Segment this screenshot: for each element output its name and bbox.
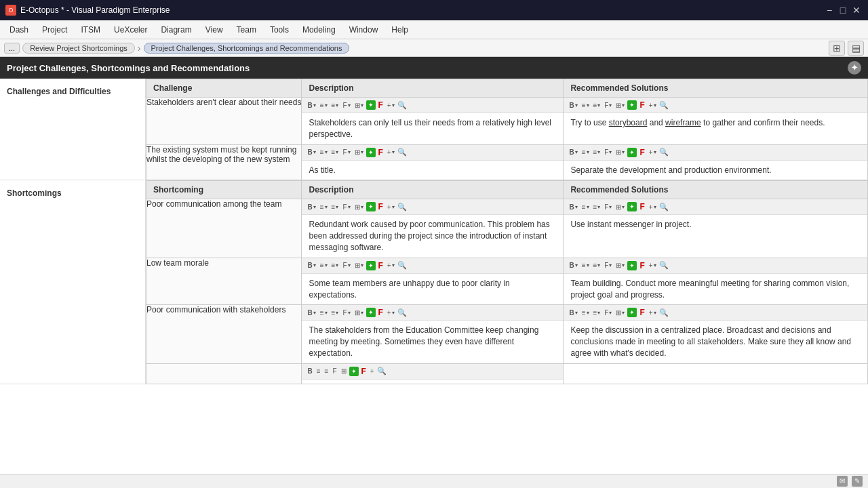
bold-btn-s3d[interactable]: B▾ bbox=[306, 308, 317, 317]
indent-btn-r1[interactable]: ≡▾ bbox=[592, 101, 602, 110]
close-button[interactable]: ✕ bbox=[850, 4, 863, 16]
plus-btn-d2[interactable]: +▾ bbox=[386, 148, 396, 157]
search-icon[interactable]: 🔍 bbox=[397, 101, 407, 110]
search-icon-s4d[interactable]: 🔍 bbox=[377, 367, 387, 375]
search-icon-s1d[interactable]: 🔍 bbox=[397, 203, 407, 211]
indent-btn-s2r[interactable]: ≡▾ bbox=[592, 261, 602, 270]
font-btn-s3d[interactable]: F▾ bbox=[341, 308, 351, 317]
plus-btn-s3r[interactable]: +▾ bbox=[648, 308, 658, 317]
menu-modeling[interactable]: Modeling bbox=[296, 22, 342, 37]
plus-btn-r1[interactable]: +▾ bbox=[648, 101, 658, 110]
red-f-btn-s3r[interactable]: F bbox=[638, 307, 646, 318]
insert-green-icon-s2r[interactable]: ✦ bbox=[627, 261, 637, 270]
indent-btn-s2d[interactable]: ≡▾ bbox=[330, 261, 340, 270]
red-f-btn-s4d[interactable]: F bbox=[360, 366, 368, 377]
align-btn-r1[interactable]: ≡▾ bbox=[580, 101, 591, 110]
plus-btn-s1d[interactable]: +▾ bbox=[386, 203, 396, 211]
indent-btn[interactable]: ≡▾ bbox=[330, 101, 340, 110]
page-header-pin[interactable]: ✦ bbox=[848, 61, 861, 75]
align-btn-s2d[interactable]: ≡▾ bbox=[319, 261, 329, 270]
insert-green-icon-s2d[interactable]: ✦ bbox=[366, 261, 376, 270]
font-btn-d2[interactable]: F▾ bbox=[341, 148, 351, 157]
insert-green-icon-s3r[interactable]: ✦ bbox=[627, 308, 637, 317]
bold-btn-r2[interactable]: B▾ bbox=[568, 148, 578, 157]
red-f-btn[interactable]: F bbox=[377, 100, 384, 110]
insert-green-icon-s1d[interactable]: ✦ bbox=[366, 202, 376, 211]
insert-green-icon-s4d[interactable]: ✦ bbox=[349, 367, 359, 376]
font-btn-s4d[interactable]: F bbox=[331, 367, 338, 375]
red-f-btn-s3d[interactable]: F bbox=[377, 307, 384, 318]
minimize-button[interactable]: − bbox=[823, 4, 835, 16]
font-btn-s1r[interactable]: F▾ bbox=[603, 203, 613, 211]
font-btn-r1[interactable]: F▾ bbox=[603, 101, 613, 110]
table-btn-s3r[interactable]: ⊞▾ bbox=[614, 308, 626, 317]
bold-btn-r1[interactable]: B▾ bbox=[568, 101, 578, 110]
menu-project[interactable]: Project bbox=[35, 22, 74, 37]
table-btn-r2[interactable]: ⊞▾ bbox=[614, 148, 626, 157]
table-btn-s4d[interactable]: ⊞ bbox=[340, 367, 348, 375]
bold-btn-d2[interactable]: B▾ bbox=[306, 148, 317, 157]
align-btn-s2r[interactable]: ≡▾ bbox=[580, 261, 591, 270]
bold-btn-s1r[interactable]: B▾ bbox=[568, 203, 578, 211]
insert-green-icon[interactable]: ✦ bbox=[366, 100, 376, 110]
indent-btn-r2[interactable]: ≡▾ bbox=[592, 148, 602, 157]
table-btn-s3d[interactable]: ⊞▾ bbox=[353, 308, 365, 317]
red-f-btn-s1d[interactable]: F bbox=[377, 201, 384, 212]
search-icon-s3d[interactable]: 🔍 bbox=[397, 308, 407, 317]
insert-green-icon-s3d[interactable]: ✦ bbox=[366, 308, 376, 317]
bold-btn-s2d[interactable]: B▾ bbox=[306, 261, 317, 270]
font-btn-r2[interactable]: F▾ bbox=[603, 148, 613, 157]
insert-green-icon-s1r[interactable]: ✦ bbox=[627, 202, 637, 211]
bold-btn-s4d[interactable]: B bbox=[306, 367, 313, 375]
plus-btn-s4d[interactable]: + bbox=[369, 367, 376, 375]
plus-btn-s2r[interactable]: +▾ bbox=[648, 261, 658, 270]
plus-btn-s2d[interactable]: +▾ bbox=[386, 261, 396, 270]
maximize-button[interactable]: □ bbox=[837, 4, 849, 16]
title-bar-controls[interactable]: − □ ✕ bbox=[823, 4, 863, 16]
menu-itsm[interactable]: ITSM bbox=[74, 22, 107, 37]
indent-btn-s1r[interactable]: ≡▾ bbox=[592, 203, 602, 211]
red-f-btn-r1[interactable]: F bbox=[638, 100, 646, 110]
menu-diagram[interactable]: Diagram bbox=[154, 22, 198, 37]
font-btn-s2r[interactable]: F▾ bbox=[603, 261, 613, 270]
plus-btn-s3d[interactable]: +▾ bbox=[386, 308, 396, 317]
status-edit-icon[interactable]: ✎ bbox=[852, 476, 863, 487]
bold-btn-s3r[interactable]: B▾ bbox=[568, 308, 578, 317]
search-icon-s1r[interactable]: 🔍 bbox=[659, 203, 669, 211]
search-icon-r1[interactable]: 🔍 bbox=[659, 101, 669, 110]
plus-btn-s1r[interactable]: +▾ bbox=[648, 203, 658, 211]
table-btn-s1d[interactable]: ⊞▾ bbox=[353, 203, 365, 211]
indent-btn-s1d[interactable]: ≡▾ bbox=[330, 203, 340, 211]
align-btn-s3r[interactable]: ≡▾ bbox=[580, 308, 591, 317]
align-btn-s4d[interactable]: ≡ bbox=[315, 367, 322, 375]
red-f-btn-s2r[interactable]: F bbox=[638, 260, 646, 271]
align-btn-s3d[interactable]: ≡▾ bbox=[319, 308, 329, 317]
font-btn-s1d[interactable]: F▾ bbox=[341, 203, 351, 211]
align-btn-r2[interactable]: ≡▾ bbox=[580, 148, 591, 157]
menu-uexceler[interactable]: UeXceler bbox=[107, 22, 154, 37]
search-icon-r2[interactable]: 🔍 bbox=[659, 148, 669, 157]
indent-btn-s4d[interactable]: ≡ bbox=[323, 367, 330, 375]
table-btn[interactable]: ⊞▾ bbox=[353, 101, 365, 110]
bold-btn[interactable]: B▾ bbox=[306, 101, 317, 110]
breadcrumb-review[interactable]: Review Project Shortcomings bbox=[22, 43, 135, 54]
plus-btn[interactable]: +▾ bbox=[386, 101, 396, 110]
table-btn-r1[interactable]: ⊞▾ bbox=[614, 101, 626, 110]
bold-btn-s2r[interactable]: B▾ bbox=[568, 261, 578, 270]
breadcrumb-more[interactable]: ... bbox=[4, 43, 20, 54]
red-f-btn-r2[interactable]: F bbox=[638, 147, 646, 158]
search-icon-d2[interactable]: 🔍 bbox=[397, 148, 407, 157]
red-f-btn-d2[interactable]: F bbox=[377, 147, 384, 158]
menu-dash[interactable]: Dash bbox=[3, 22, 35, 37]
indent-btn-s3d[interactable]: ≡▾ bbox=[330, 308, 340, 317]
breadcrumb-challenges[interactable]: Project Challenges, Shortcomings and Rec… bbox=[144, 43, 350, 54]
menu-window[interactable]: Window bbox=[342, 22, 385, 37]
menu-help[interactable]: Help bbox=[384, 22, 415, 37]
font-btn[interactable]: F▾ bbox=[341, 101, 351, 110]
table-btn-s2r[interactable]: ⊞▾ bbox=[614, 261, 626, 270]
font-btn-s2d[interactable]: F▾ bbox=[341, 261, 351, 270]
font-btn-s3r[interactable]: F▾ bbox=[603, 308, 613, 317]
align-btn-s1d[interactable]: ≡▾ bbox=[319, 203, 329, 211]
bold-btn-s1d[interactable]: B▾ bbox=[306, 203, 317, 211]
menu-team[interactable]: Team bbox=[230, 22, 263, 37]
